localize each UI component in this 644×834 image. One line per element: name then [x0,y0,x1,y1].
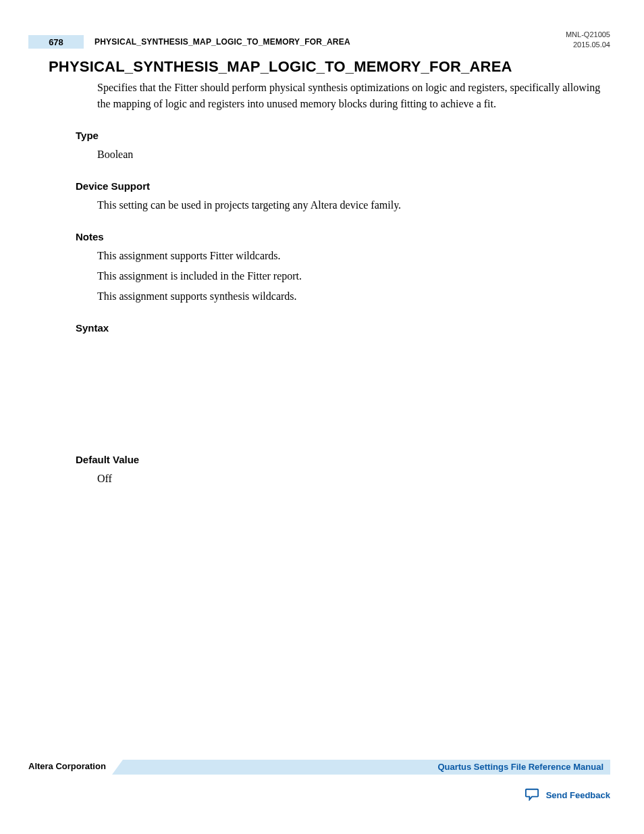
footer-company: Altera Corporation [28,761,106,771]
page-number-box: 678 [28,35,84,49]
section-body-notes: This assignment supports Fitter wildcard… [97,248,603,305]
page-title: PHYSICAL_SYNTHESIS_MAP_LOGIC_TO_MEMORY_F… [49,58,512,76]
section-body-type: Boolean [97,147,603,163]
section-body-default-value: Off [97,471,603,487]
doc-date: 2015.05.04 [566,40,610,50]
section-label-syntax: Syntax [76,322,603,334]
notes-line: This assignment is included in the Fitte… [97,268,603,284]
notes-line: This assignment supports Fitter wildcard… [97,248,603,264]
page-number: 678 [49,37,63,47]
speech-bubble-icon [525,787,539,803]
section-label-type: Type [76,130,603,141]
section-body-device-support: This setting can be used in projects tar… [97,197,603,213]
syntax-placeholder [76,339,603,454]
content-area: Specifies that the Fitter should perform… [76,80,603,504]
page-header: 678 PHYSICAL_SYNTHESIS_MAP_LOGIC_TO_MEMO… [0,26,644,45]
section-label-notes: Notes [76,231,603,242]
footer-bar: Altera Corporation Quartus Settings File… [28,760,610,775]
send-feedback-label: Send Feedback [546,790,610,800]
intro-paragraph: Specifies that the Fitter should perform… [97,80,603,112]
footer-bar-wedge [112,760,123,775]
footer-manual-link[interactable]: Quartus Settings File Reference Manual [437,762,603,772]
section-label-device-support: Device Support [76,180,603,192]
notes-line: This assignment supports synthesis wildc… [97,288,603,305]
send-feedback-link[interactable]: Send Feedback [525,787,610,803]
running-title: PHYSICAL_SYNTHESIS_MAP_LOGIC_TO_MEMORY_F… [95,37,350,47]
section-label-default-value: Default Value [76,454,603,465]
doc-id-block: MNL-Q21005 2015.05.04 [566,30,610,50]
doc-id: MNL-Q21005 [566,30,610,40]
